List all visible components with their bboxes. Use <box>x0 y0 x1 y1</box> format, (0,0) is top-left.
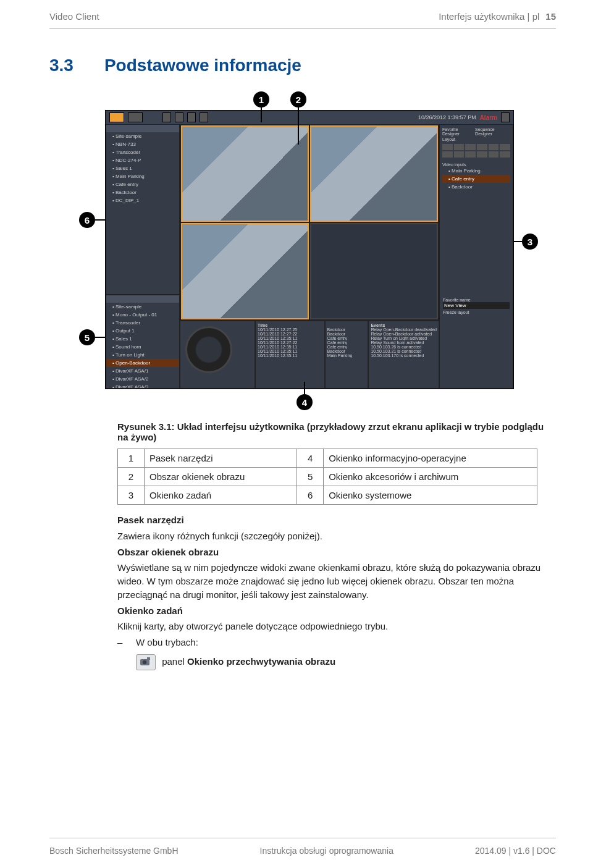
callout-3: 3 <box>522 234 538 250</box>
system-tree-panel[interactable]: • Site-sample• NBN-733• Transcoder• NDC-… <box>106 124 180 295</box>
tree-item[interactable]: • DC_DIP_1 <box>106 196 179 204</box>
legend-cell: Pasek narzędzi <box>145 449 297 468</box>
accessory-panel[interactable]: • Site-sample• Mono - Output - 01• Trans… <box>106 295 180 389</box>
header-page-number: 15 <box>545 11 556 22</box>
tree-item[interactable]: • Site-sample <box>106 303 179 311</box>
legend-cell: Okienko akcesoriów i archiwum <box>324 468 537 486</box>
toolbar-settings-icon[interactable] <box>501 112 510 122</box>
cameo[interactable] <box>181 223 309 319</box>
legend-cell: 5 <box>297 468 324 486</box>
tree-item[interactable]: • DivarXF ASA/2 <box>106 375 179 383</box>
tree-item[interactable]: • DivarXF ASA/3 <box>106 383 179 389</box>
footer-right: 2014.09 | v1.6 | DOC <box>475 846 556 856</box>
toolbar-layout-button[interactable] <box>187 112 196 122</box>
video-input-item[interactable]: • Main Parking <box>442 167 510 175</box>
page-header: Video Client Interfejs użytkownika | pl … <box>49 11 556 22</box>
tree-item[interactable]: • DivarXF ASA/1 <box>106 367 179 375</box>
task-pane[interactable]: Favorite Designer Sequence Designer Layo… <box>439 124 513 389</box>
camera-icon <box>136 654 156 670</box>
callout-6: 6 <box>79 212 95 228</box>
toolbar-live-button[interactable] <box>109 112 124 122</box>
layout-grid[interactable] <box>442 144 510 158</box>
tab-sequence-designer[interactable]: Sequence Designer <box>475 127 510 136</box>
video-input-item[interactable]: • Backdoor <box>442 183 510 191</box>
legend-cell: 4 <box>297 449 324 468</box>
header-rule <box>49 28 556 29</box>
svg-rect-2 <box>147 657 150 660</box>
video-input-item[interactable]: • Cafe entry <box>442 175 510 183</box>
section-title: Podstawowe informacje <box>104 56 301 75</box>
tree-item[interactable]: • Sales 1 <box>106 335 179 343</box>
subhead-task-pane: Okienko zadań <box>117 604 550 618</box>
cameo-area[interactable] <box>180 124 439 321</box>
left-sidebar: • Site-sample• NBN-733• Transcoder• NDC-… <box>106 124 180 389</box>
subhead-toolbar: Pasek narzędzi <box>117 513 550 527</box>
tree-bottom: • Site-sample• Mono - Output - 01• Trans… <box>106 303 179 389</box>
tree-item[interactable]: • Cafe entry <box>106 180 179 188</box>
tree-item[interactable]: • Transcoder <box>106 319 179 327</box>
log-event-column: Events Relay Open-Backdoor deactivatedRe… <box>368 321 439 389</box>
toolbar-alarm[interactable]: Alarm <box>480 114 497 121</box>
tree-item[interactable]: • Main Parking <box>106 172 179 180</box>
callout-5: 5 <box>79 329 95 345</box>
tree-item[interactable]: • Output 1 <box>106 327 179 335</box>
tree-item[interactable]: • Sound horn <box>106 343 179 351</box>
legend-cell: 3 <box>118 486 145 505</box>
app-window: 10/26/2012 1:39:57 PM Alarm • Site-sampl… <box>105 110 514 389</box>
section-number: 3.3 <box>49 56 74 75</box>
callout-2: 2 <box>290 91 306 107</box>
footer-rule <box>49 838 556 838</box>
app-toolbar[interactable]: 10/26/2012 1:39:57 PM Alarm <box>106 111 513 124</box>
figure: 1 2 3 4 5 6 <box>68 91 544 413</box>
tree-item[interactable]: • NBN-733 <box>106 140 179 148</box>
tree-item[interactable]: • Open-Backdoor <box>106 359 179 367</box>
toolbar-playback-button[interactable] <box>128 112 143 122</box>
tree-item[interactable]: • Transcoder <box>106 148 179 156</box>
figure-caption: Rysunek 3.1: Układ interfejsu użytkownik… <box>117 421 556 442</box>
svg-point-1 <box>143 660 146 664</box>
tree-item[interactable]: • Turn on Light <box>106 351 179 359</box>
freeze-layout-checkbox[interactable]: Freeze layout <box>443 310 510 314</box>
callout-1: 1 <box>253 91 269 107</box>
callout-4: 4 <box>296 394 313 410</box>
body-text: Pasek narzędzi Zawiera ikony różnych fun… <box>117 513 550 670</box>
tab-favorite-designer[interactable]: Favorite Designer <box>442 127 474 136</box>
tree-item[interactable]: • Site-sample <box>106 132 179 140</box>
footer-center: Instrukcja obsługi oprogramowania <box>260 846 393 856</box>
page-footer: Bosch Sicherheitssysteme GmbH Instrukcja… <box>49 846 556 856</box>
legend-cell: 2 <box>118 468 145 486</box>
toolbar-layout-button[interactable] <box>200 112 208 122</box>
section-heading: 3.3 Podstawowe informacje <box>49 56 556 75</box>
subhead-cameo-area: Obszar okienek obrazu <box>117 546 550 559</box>
cameo[interactable] <box>310 125 438 222</box>
ptz-control-panel[interactable] <box>180 321 255 389</box>
legend-cell: Okienko informacyjno-operacyjne <box>324 449 537 468</box>
toolbar-timestamp: 10/26/2012 1:39:57 PM <box>418 114 476 120</box>
tree-item[interactable]: • NDC-274-P <box>106 156 179 164</box>
tree-item[interactable]: • Sales 1 <box>106 164 179 172</box>
legend-cell: Obszar okienek obrazu <box>145 468 297 486</box>
legend-cell: 1 <box>118 449 145 468</box>
legend-table: 1Pasek narzędzi4Okienko informacyjno-ope… <box>117 449 537 505</box>
cameo[interactable] <box>181 125 309 222</box>
log-src-column: BackdoorBackdoorCafe entryCafe entryCafe… <box>325 321 369 389</box>
ptz-wheel[interactable] <box>185 326 232 373</box>
toolbar-layout-button[interactable] <box>162 112 171 122</box>
log-time-column: Time 10/11/2010 12:27:2510/11/2010 12:27… <box>255 321 325 389</box>
header-left: Video Client <box>49 11 99 22</box>
tree-item[interactable]: • Mono - Output - 01 <box>106 311 179 319</box>
tree-item[interactable]: • Backdoor <box>106 188 179 196</box>
footer-left: Bosch Sicherheitssysteme GmbH <box>49 846 179 856</box>
legend-cell: Okienko systemowe <box>324 486 537 505</box>
favorite-name-input[interactable]: New View <box>443 302 510 309</box>
cameo-empty[interactable] <box>310 223 438 319</box>
toolbar-layout-button[interactable] <box>175 112 183 122</box>
header-right-text: Interfejs użytkownika | pl <box>439 11 539 22</box>
legend-cell: Okienko zadań <box>145 486 297 505</box>
legend-cell: 6 <box>297 486 324 505</box>
tree-top: • Site-sample• NBN-733• Transcoder• NDC-… <box>106 132 179 204</box>
